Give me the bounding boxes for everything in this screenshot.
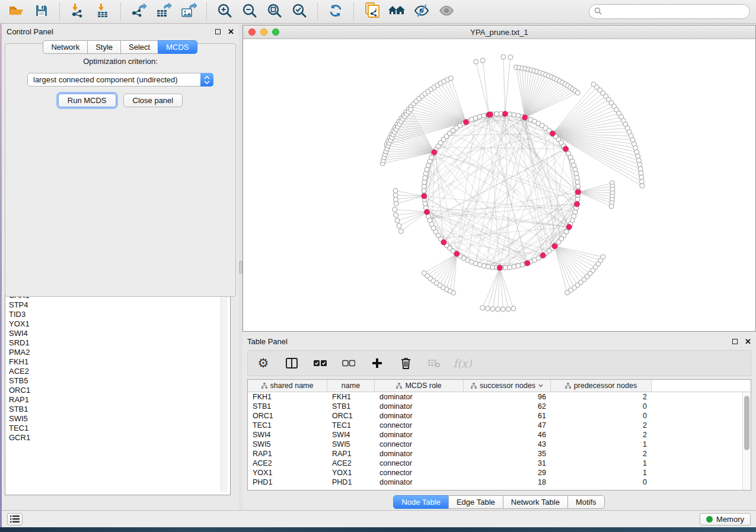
mcds-node[interactable] [497, 265, 502, 270]
close-panel-icon[interactable]: ✕ [228, 28, 234, 36]
mcds-result-item[interactable]: ACE2 [9, 367, 218, 376]
table-row[interactable]: PHD1PHD1dominator180 [248, 477, 742, 487]
zoom-out-button[interactable] [239, 2, 260, 21]
mcds-result-item[interactable]: YOX1 [9, 319, 218, 329]
graph-node[interactable] [481, 113, 486, 118]
export-table-button[interactable] [153, 2, 174, 21]
graph-node[interactable] [512, 264, 516, 269]
graph-node[interactable] [486, 264, 490, 269]
graph-node[interactable] [422, 271, 426, 275]
tab-mcds[interactable]: MCDS [158, 40, 197, 54]
graph-node[interactable] [501, 55, 506, 59]
criterion-dropdown[interactable]: largest connected component (undirected) [27, 73, 213, 86]
graph-node[interactable] [393, 207, 397, 212]
graph-node[interactable] [575, 180, 580, 184]
deselect-all-button[interactable] [342, 356, 356, 370]
mcds-node[interactable] [540, 253, 546, 258]
graph-node[interactable] [496, 307, 500, 312]
show-hidden-button[interactable] [436, 2, 457, 21]
mcds-result-item[interactable]: SWI4 [9, 329, 218, 338]
table-row[interactable]: SWI4SWI4dominator462 [248, 430, 742, 440]
mcds-result-item[interactable]: ORC1 [9, 386, 218, 395]
search-field[interactable] [589, 4, 750, 19]
graph-node[interactable] [480, 306, 485, 310]
mcds-node[interactable] [487, 112, 493, 117]
graph-node[interactable] [490, 265, 495, 270]
zoom-fit-button[interactable] [264, 2, 285, 21]
table-row[interactable]: STB1STB1dominator620 [248, 402, 742, 411]
mcds-node[interactable] [563, 146, 569, 152]
mcds-result-item[interactable]: RAP1 [9, 395, 218, 405]
graph-node[interactable] [508, 112, 512, 117]
mcds-result-item[interactable]: TID3 [9, 310, 218, 319]
mcds-node[interactable] [566, 225, 572, 230]
graph-node[interactable] [423, 201, 428, 206]
mcds-result-item[interactable]: TEC1 [9, 424, 218, 433]
mcds-list-scrollbar[interactable] [221, 280, 228, 492]
mcds-result-item[interactable]: STB5 [9, 376, 218, 386]
graph-node[interactable] [565, 290, 570, 295]
graph-node[interactable] [490, 307, 495, 312]
table-scrollbar[interactable] [742, 392, 751, 490]
export-network-button[interactable] [128, 2, 149, 21]
graph-node[interactable] [422, 184, 426, 189]
zoom-in-button[interactable] [214, 2, 235, 21]
graph-node[interactable] [512, 113, 516, 117]
network-overview-button[interactable] [386, 2, 407, 21]
tab-select[interactable]: Select [120, 40, 158, 54]
table-row[interactable]: SWI5SWI5connector431 [248, 440, 742, 449]
mcds-result-item[interactable]: FKH1 [9, 357, 218, 367]
graph-node[interactable] [609, 204, 614, 209]
mcds-result-list[interactable]: PHD1CAR1STP4TID3YOX1SWI4SRD1PMA2FKH1ACE2… [9, 281, 218, 492]
graph-node[interactable] [640, 184, 645, 188]
open-file-button[interactable] [6, 2, 27, 21]
graph-node[interactable] [575, 91, 580, 95]
table-row[interactable]: TEC1TEC1connector472 [248, 421, 742, 430]
column-header-successor-nodes[interactable]: successor nodes [464, 380, 551, 392]
table-row[interactable]: ACE2ACE2connector311 [248, 459, 742, 468]
graph-node[interactable] [395, 218, 400, 223]
tab-network-table[interactable]: Network Table [503, 495, 568, 509]
table-scrollbar-thumb[interactable] [744, 396, 749, 450]
float-table-panel-icon[interactable] [732, 339, 738, 344]
tab-style[interactable]: Style [87, 40, 121, 54]
graph-node[interactable] [485, 306, 490, 311]
graph-node[interactable] [575, 197, 580, 202]
select-all-button[interactable] [313, 356, 327, 370]
mcds-node[interactable] [575, 190, 580, 195]
mcds-node[interactable] [441, 239, 446, 245]
mcds-node[interactable] [552, 243, 557, 249]
save-session-button[interactable] [31, 2, 52, 21]
mcds-node[interactable] [454, 251, 460, 257]
table-row[interactable]: ORC1ORC1dominator610 [248, 411, 742, 421]
graph-node[interactable] [422, 180, 427, 184]
graph-node[interactable] [448, 76, 453, 81]
float-panel-icon[interactable] [215, 29, 221, 34]
export-image-button[interactable] [178, 2, 199, 21]
task-history-button[interactable] [7, 513, 23, 525]
network-canvas[interactable] [243, 39, 755, 331]
table-row[interactable]: YOX1YOX1connector291 [248, 468, 742, 477]
graph-node[interactable] [508, 55, 513, 60]
mcds-node[interactable] [522, 115, 528, 120]
mcds-node[interactable] [575, 201, 580, 207]
mcds-node[interactable] [525, 261, 530, 266]
add-column-button[interactable] [370, 356, 384, 370]
import-network-button[interactable] [67, 2, 88, 21]
graph-node[interactable] [423, 175, 428, 180]
column-header-shared-name[interactable]: shared name [248, 380, 327, 392]
graph-node[interactable] [474, 59, 479, 64]
mcds-result-item[interactable]: GCR1 [9, 433, 218, 443]
mcds-node[interactable] [432, 150, 437, 155]
tab-edge-table[interactable]: Edge Table [448, 495, 503, 509]
tab-node-table[interactable]: Node Table [393, 495, 449, 509]
import-table-button[interactable] [92, 2, 113, 21]
graph-node[interactable] [409, 107, 413, 112]
graph-node[interactable] [495, 111, 499, 116]
column-header-name[interactable]: name [327, 380, 375, 392]
column-settings-button[interactable]: ⚙ [256, 356, 270, 370]
mcds-result-item[interactable]: PMA2 [9, 348, 218, 357]
graph-node[interactable] [480, 58, 485, 63]
graph-node[interactable] [506, 307, 511, 312]
refresh-layout-button[interactable] [325, 2, 346, 21]
